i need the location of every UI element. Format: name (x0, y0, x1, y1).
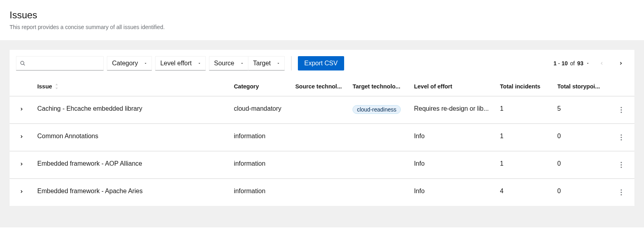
svg-point-6 (620, 137, 622, 138)
kebab-icon (620, 162, 622, 168)
cell-target: cloud-readiness (348, 96, 409, 124)
svg-point-9 (620, 164, 622, 165)
cell-category: information (229, 151, 290, 179)
cell-issue: Embedded framework - AOP Alliance (33, 151, 229, 179)
cell-target (348, 151, 409, 179)
issues-card: Category Level effort Source (10, 50, 634, 206)
column-expand (10, 77, 33, 96)
target-filter-label: Target (253, 60, 271, 67)
pagination: 1 - 10 of 93 (553, 56, 628, 70)
row-actions-button[interactable] (619, 133, 624, 142)
page-range-start: 1 (553, 60, 557, 67)
page-of-word: of (570, 60, 575, 67)
cell-storypoints: 0 (553, 179, 614, 206)
table-row: Embedded framework - AOP Allianceinforma… (10, 151, 634, 179)
row-actions-button[interactable] (619, 105, 624, 115)
column-source: Source technol... (290, 77, 348, 96)
level-effort-filter-label: Level effort (160, 60, 192, 67)
svg-point-11 (620, 189, 622, 190)
cell-issue: Caching - Ehcache embedded library (33, 96, 229, 124)
prev-page-button[interactable] (595, 56, 609, 70)
cell-source (290, 124, 348, 151)
cell-incidents: 4 (495, 179, 553, 206)
column-category: Category (229, 77, 290, 96)
caret-down-icon (586, 61, 590, 65)
cell-issue: Embedded framework - Apache Aries (33, 179, 229, 206)
cell-incidents: 1 (495, 151, 553, 179)
search-icon (20, 61, 26, 66)
expand-row-button[interactable] (18, 105, 26, 113)
column-issue-label: Issue (37, 83, 52, 90)
export-csv-button[interactable]: Export CSV (298, 56, 344, 70)
svg-point-10 (620, 166, 622, 168)
chevron-right-icon (618, 61, 623, 66)
column-issue[interactable]: Issue (33, 77, 229, 96)
kebab-icon (620, 107, 622, 113)
cell-category: cloud-mandatory (229, 96, 290, 124)
expand-row-button[interactable] (18, 133, 26, 141)
svg-point-8 (620, 162, 622, 163)
level-effort-filter[interactable]: Level effort (155, 56, 206, 70)
next-page-button[interactable] (614, 56, 628, 70)
svg-point-2 (620, 107, 622, 108)
source-filter-label: Source (214, 60, 234, 67)
chevron-right-icon (19, 189, 24, 194)
search-input[interactable] (16, 56, 104, 70)
target-badge: cloud-readiness (353, 105, 401, 114)
cell-effort: Requires re-design or lib... (409, 96, 495, 124)
table-row: Caching - Ehcache embedded librarycloud-… (10, 96, 634, 124)
page-range-dropdown[interactable]: 1 - 10 of 93 (553, 60, 590, 67)
cell-category: information (229, 179, 290, 206)
source-filter[interactable]: Source (209, 56, 248, 70)
expand-row-button[interactable] (18, 160, 26, 168)
target-filter[interactable]: Target (248, 56, 285, 70)
cell-category: information (229, 124, 290, 151)
svg-point-3 (620, 109, 622, 110)
cell-effort: Info (409, 179, 495, 206)
page-description: This report provides a concise summary o… (10, 24, 634, 30)
sort-icon (55, 84, 59, 89)
kebab-icon (620, 189, 622, 196)
chevron-right-icon (19, 162, 24, 166)
issues-table: Issue Category Source technol... Target … (10, 77, 634, 206)
cell-incidents: 1 (495, 96, 553, 124)
svg-point-13 (620, 194, 622, 195)
svg-point-0 (21, 61, 24, 65)
chevron-right-icon (19, 107, 24, 112)
row-actions-button[interactable] (619, 188, 624, 197)
table-row: Embedded framework - Apache Ariesinforma… (10, 179, 634, 206)
svg-point-12 (620, 192, 622, 193)
caret-down-icon (197, 61, 201, 65)
cell-target (348, 179, 409, 206)
svg-point-5 (620, 134, 622, 135)
cell-storypoints: 0 (553, 124, 614, 151)
cell-issue: Common Annotations (33, 124, 229, 151)
cell-source (290, 179, 348, 206)
category-filter[interactable]: Category (107, 56, 152, 70)
cell-incidents: 1 (495, 124, 553, 151)
column-incidents: Total incidents (495, 77, 553, 96)
row-actions-button[interactable] (619, 160, 624, 170)
chevron-left-icon (599, 61, 604, 66)
column-effort: Level of effort (409, 77, 495, 96)
expand-row-button[interactable] (18, 188, 26, 196)
chevron-right-icon (19, 134, 24, 139)
page-range-end: 10 (561, 60, 568, 67)
svg-point-4 (620, 112, 622, 113)
page-title: Issues (10, 10, 634, 21)
cell-effort: Info (409, 151, 495, 179)
cell-effort: Info (409, 124, 495, 151)
svg-point-7 (620, 139, 622, 140)
kebab-icon (620, 134, 622, 141)
caret-down-icon (240, 61, 244, 65)
table-row: Common AnnotationsinformationInfo10 (10, 124, 634, 151)
cell-target (348, 124, 409, 151)
category-filter-label: Category (112, 60, 138, 67)
cell-storypoints: 0 (553, 151, 614, 179)
column-actions (614, 77, 634, 96)
cell-storypoints: 5 (553, 96, 614, 124)
column-target: Target technolo... (348, 77, 409, 96)
svg-line-1 (24, 64, 25, 66)
caret-down-icon (144, 61, 148, 65)
cell-source (290, 96, 348, 124)
